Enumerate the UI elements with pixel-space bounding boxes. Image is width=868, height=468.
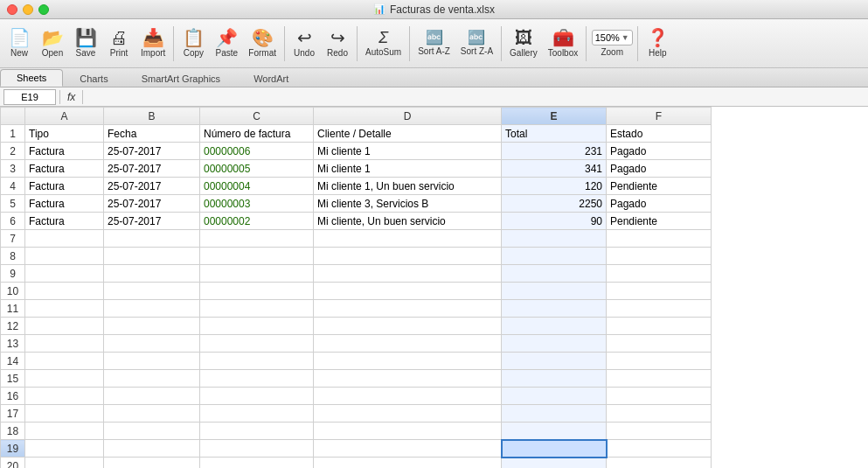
cell-D5[interactable]: Mi cliente 3, Servicios B [314,195,502,213]
cell-E15[interactable] [502,370,607,388]
cell-E2[interactable]: 231 [502,143,607,160]
cell-D11[interactable] [314,300,502,318]
help-button[interactable]: ❓ Help [642,22,673,66]
tab-charts[interactable]: Charts [63,69,124,87]
cell-C14[interactable] [200,353,314,370]
cell-F2[interactable]: Pagado [607,143,712,160]
row-header-18[interactable]: 18 [1,423,25,440]
tab-sheets[interactable]: Sheets [0,69,63,87]
cell-A8[interactable] [25,248,104,265]
format-button[interactable]: 🎨 Format [244,22,281,66]
cell-D13[interactable] [314,335,502,353]
row-header-14[interactable]: 14 [1,353,25,370]
cell-F1[interactable]: Estado [607,125,712,143]
cell-C1[interactable]: Número de factura [200,125,314,143]
cell-B5[interactable]: 25-07-2017 [104,195,200,213]
cell-B9[interactable] [104,265,200,283]
cell-D16[interactable] [314,388,502,405]
cell-C8[interactable] [200,248,314,265]
row-header-10[interactable]: 10 [1,283,25,300]
cell-C19[interactable] [200,440,314,458]
cell-A17[interactable] [25,405,104,423]
undo-button[interactable]: ↩ Undo [288,22,320,66]
cell-A20[interactable] [25,458,104,469]
cell-C3[interactable]: 00000005 [200,160,314,178]
cell-E1[interactable]: Total [502,125,607,143]
cell-B14[interactable] [104,353,200,370]
cell-E11[interactable] [502,300,607,318]
cell-F13[interactable] [607,335,712,353]
cell-B2[interactable]: 25-07-2017 [104,143,200,160]
cell-D17[interactable] [314,405,502,423]
cell-C13[interactable] [200,335,314,353]
cell-A16[interactable] [25,388,104,405]
tab-smartart[interactable]: SmartArt Graphics [125,69,237,87]
tab-wordart[interactable]: WordArt [237,69,305,87]
cell-E19[interactable] [502,440,607,458]
cell-E14[interactable] [502,353,607,370]
col-header-B[interactable]: B [104,108,200,125]
cell-C7[interactable] [200,230,314,248]
cell-F15[interactable] [607,370,712,388]
cell-C2[interactable]: 00000006 [200,143,314,160]
zoom-control[interactable]: 150% ▼ Zoom [590,22,634,66]
cell-D15[interactable] [314,370,502,388]
cell-B3[interactable]: 25-07-2017 [104,160,200,178]
cell-B8[interactable] [104,248,200,265]
row-header-8[interactable]: 8 [1,248,25,265]
row-header-16[interactable]: 16 [1,388,25,405]
redo-button[interactable]: ↪ Redo [322,22,353,66]
cell-D14[interactable] [314,353,502,370]
cell-A2[interactable]: Factura [25,143,104,160]
paste-button[interactable]: 📌 Paste [211,22,242,66]
cell-B10[interactable] [104,283,200,300]
cell-D2[interactable]: Mi cliente 1 [314,143,502,160]
sort-za-button[interactable]: 🔤 Sort Z-A [456,22,497,66]
col-header-E[interactable]: E [502,108,607,125]
cell-C6[interactable]: 00000002 [200,213,314,230]
save-button[interactable]: 💾 Save [70,22,101,66]
cell-B1[interactable]: Fecha [104,125,200,143]
cell-C16[interactable] [200,388,314,405]
cell-F10[interactable] [607,283,712,300]
cell-C15[interactable] [200,370,314,388]
zoom-box[interactable]: 150% ▼ [592,30,633,45]
cell-A11[interactable] [25,300,104,318]
cell-F4[interactable]: Pendiente [607,178,712,195]
cell-F3[interactable]: Pagado [607,160,712,178]
cell-C10[interactable] [200,283,314,300]
sort-az-button[interactable]: 🔤 Sort A-Z [413,22,455,66]
cell-A18[interactable] [25,423,104,440]
row-header-13[interactable]: 13 [1,335,25,353]
cell-E13[interactable] [502,335,607,353]
cell-A14[interactable] [25,353,104,370]
cell-A6[interactable]: Factura [25,213,104,230]
open-button[interactable]: 📂 Open [37,22,68,66]
cell-E17[interactable] [502,405,607,423]
row-header-4[interactable]: 4 [1,178,25,195]
cell-B20[interactable] [104,458,200,469]
row-header-19[interactable]: 19 [1,440,25,458]
print-button[interactable]: 🖨 Print [103,22,135,66]
row-header-3[interactable]: 3 [1,160,25,178]
cell-D1[interactable]: Cliente / Detalle [314,125,502,143]
cell-A9[interactable] [25,265,104,283]
cell-A13[interactable] [25,335,104,353]
col-header-F[interactable]: F [607,108,712,125]
col-header-C[interactable]: C [200,108,314,125]
cell-F8[interactable] [607,248,712,265]
row-header-5[interactable]: 5 [1,195,25,213]
close-button[interactable] [7,4,17,15]
cell-F17[interactable] [607,405,712,423]
col-header-A[interactable]: A [25,108,104,125]
cell-B16[interactable] [104,388,200,405]
cell-C20[interactable] [200,458,314,469]
cell-F11[interactable] [607,300,712,318]
row-header-17[interactable]: 17 [1,405,25,423]
cell-A10[interactable] [25,283,104,300]
cell-C11[interactable] [200,300,314,318]
maximize-button[interactable] [38,4,49,15]
row-header-2[interactable]: 2 [1,143,25,160]
row-header-12[interactable]: 12 [1,318,25,335]
cell-D3[interactable]: Mi cliente 1 [314,160,502,178]
